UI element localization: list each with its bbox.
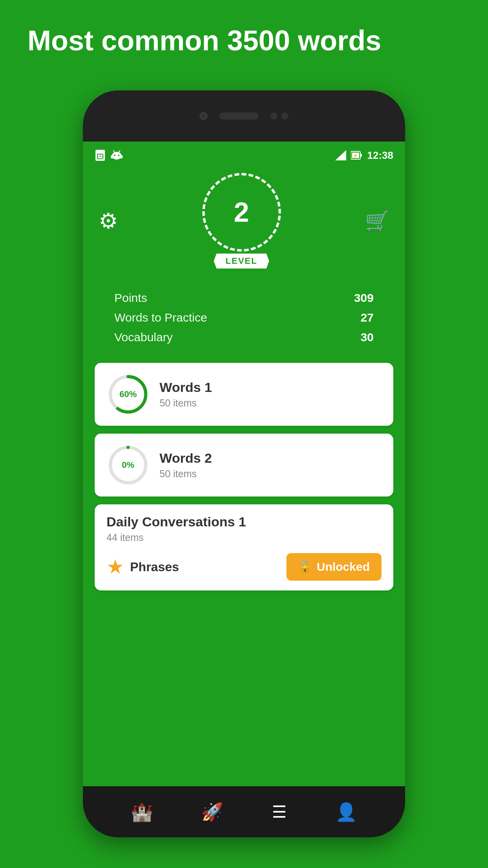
svg-rect-8: [121, 155, 123, 158]
level-number: 2: [234, 199, 249, 226]
level-badge-container: 2 LEVEL: [202, 173, 281, 268]
sensors: [270, 112, 288, 120]
words-1-subtitle: 50 items: [160, 397, 382, 409]
nav-home[interactable]: 🏰: [131, 802, 153, 822]
stat-row-vocab: Vocabulary 30: [114, 327, 374, 347]
status-bar: ⚡ 12:38: [83, 142, 405, 169]
phrases-section: ★ Phrases: [106, 555, 179, 578]
words-2-title: Words 2: [160, 451, 382, 466]
vocab-label: Vocabulary: [114, 331, 172, 344]
bottom-nav: 🏰 🚀 ☰ 👤: [83, 786, 405, 837]
profile-icon: 👤: [335, 802, 357, 822]
words-value: 27: [361, 311, 374, 324]
svg-rect-7: [111, 155, 112, 158]
words-2-subtitle: 50 items: [160, 468, 382, 480]
level-ribbon: LEVEL: [214, 254, 269, 268]
svg-point-9: [114, 154, 116, 156]
battery-icon: ⚡: [351, 150, 363, 160]
points-value: 309: [354, 291, 374, 305]
nav-profile[interactable]: 👤: [335, 802, 357, 822]
cart-button[interactable]: 🛒: [365, 210, 389, 232]
svg-rect-6: [112, 155, 121, 158]
words-1-info: Words 1 50 items: [160, 380, 382, 409]
words-label: Words to Practice: [114, 311, 207, 324]
star-icon: ★: [106, 555, 124, 578]
phone-bezel-top: [83, 90, 405, 142]
nav-list[interactable]: ☰: [272, 802, 287, 822]
front-camera: [200, 112, 207, 120]
list-icon: ☰: [272, 802, 287, 822]
words-2-progress: 0%: [106, 443, 150, 487]
phone-screen: ⚡ 12:38 ⚙ 2 LEVEL 🛒: [83, 142, 405, 786]
settings-button[interactable]: ⚙: [99, 208, 118, 234]
stat-row-words: Words to Practice 27: [114, 308, 374, 327]
signal-icon: [335, 150, 346, 160]
svg-point-10: [118, 154, 119, 156]
svg-text:⚡: ⚡: [352, 153, 358, 158]
rocket-icon: 🚀: [201, 802, 223, 822]
points-label: Points: [114, 291, 147, 305]
words-2-card[interactable]: 0% Words 2 50 items: [95, 434, 393, 497]
svg-marker-13: [335, 150, 346, 160]
earpiece-speaker: [219, 112, 259, 120]
stat-row-points: Points 309: [114, 288, 374, 308]
unlocked-button[interactable]: 🔓 Unlocked: [286, 553, 382, 581]
svg-rect-2: [98, 154, 100, 156]
daily-card-bottom: ★ Phrases 🔓 Unlocked: [106, 553, 382, 581]
status-bar-right: ⚡ 12:38: [335, 149, 394, 162]
page-background: Most common 3500 words: [0, 0, 488, 868]
words-2-percent: 0%: [122, 460, 134, 470]
phone-frame: ⚡ 12:38 ⚙ 2 LEVEL 🛒: [83, 90, 405, 837]
unlocked-label: Unlocked: [317, 560, 370, 574]
svg-rect-4: [98, 157, 103, 158]
sensor-1: [270, 112, 277, 120]
words-1-title: Words 1: [160, 380, 382, 395]
svg-rect-15: [360, 154, 362, 157]
vocab-value: 30: [361, 331, 374, 344]
svg-rect-3: [101, 154, 103, 156]
daily-conversations-card[interactable]: Daily Conversations 1 44 items ★ Phrases…: [95, 504, 393, 590]
sensor-2: [281, 112, 288, 120]
daily-card-title: Daily Conversations 1: [106, 514, 382, 530]
words-1-progress: 60%: [106, 373, 150, 416]
time-display: 12:38: [367, 149, 394, 162]
words-1-percent: 60%: [119, 389, 137, 399]
page-title: Most common 3500 words: [0, 0, 488, 73]
svg-line-12: [119, 151, 120, 152]
level-badge: 2: [202, 173, 281, 252]
home-icon: 🏰: [131, 802, 153, 822]
cards-section: 60% Words 1 50 items 0%: [83, 355, 405, 598]
android-icon: [110, 150, 123, 161]
status-bar-left: [95, 150, 123, 161]
app-header: ⚙ 2 LEVEL 🛒: [83, 169, 405, 276]
sim-icon: [95, 150, 106, 161]
stats-section: Points 309 Words to Practice 27 Vocabula…: [83, 276, 405, 355]
words-2-info: Words 2 50 items: [160, 451, 382, 480]
daily-card-subtitle: 44 items: [106, 532, 382, 543]
words-1-card[interactable]: 60% Words 1 50 items: [95, 363, 393, 426]
unlock-icon: 🔓: [298, 561, 312, 574]
svg-line-11: [114, 151, 114, 152]
nav-rocket[interactable]: 🚀: [201, 802, 223, 822]
phrases-label: Phrases: [130, 560, 179, 574]
